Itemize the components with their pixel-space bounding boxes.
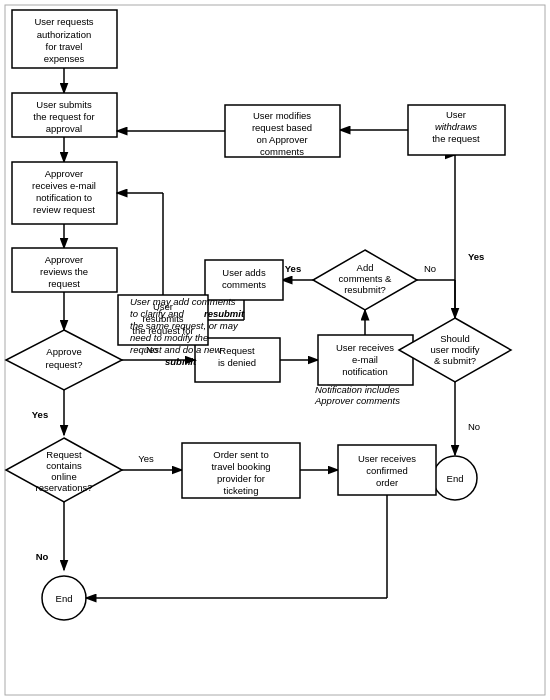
svg-text:online: online bbox=[51, 471, 76, 482]
svg-text:comments: comments bbox=[260, 146, 304, 157]
svg-text:ticketing: ticketing bbox=[224, 485, 259, 496]
svg-text:User modifies: User modifies bbox=[253, 110, 311, 121]
svg-text:User requests: User requests bbox=[34, 16, 93, 27]
svg-text:travel booking: travel booking bbox=[211, 461, 270, 472]
svg-text:provider for: provider for bbox=[217, 473, 265, 484]
svg-text:reservations?: reservations? bbox=[35, 482, 92, 493]
svg-text:Notification includes: Notification includes bbox=[315, 384, 400, 395]
svg-text:Yes: Yes bbox=[468, 251, 484, 262]
svg-text:for travel: for travel bbox=[46, 41, 83, 52]
svg-text:Request: Request bbox=[219, 345, 255, 356]
svg-text:Approver: Approver bbox=[45, 254, 84, 265]
svg-text:End: End bbox=[447, 473, 464, 484]
svg-text:need to modify the: need to modify the bbox=[130, 332, 208, 343]
svg-text:comments: comments bbox=[222, 279, 266, 290]
svg-text:request based: request based bbox=[252, 122, 312, 133]
svg-text:User receives: User receives bbox=[336, 342, 394, 353]
svg-text:confirmed: confirmed bbox=[366, 465, 408, 476]
svg-text:the request: the request bbox=[432, 133, 480, 144]
svg-text:on Approver: on Approver bbox=[256, 134, 307, 145]
svg-text:the request for: the request for bbox=[33, 111, 94, 122]
svg-text:submit: submit bbox=[165, 356, 197, 367]
svg-text:resubmit: resubmit bbox=[204, 308, 245, 319]
svg-text:to clarify and: to clarify and bbox=[130, 308, 185, 319]
svg-text:Should: Should bbox=[440, 333, 470, 344]
svg-text:reviews  the: reviews the bbox=[40, 266, 88, 277]
svg-text:is denied: is denied bbox=[218, 357, 256, 368]
svg-text:notification to: notification to bbox=[36, 192, 92, 203]
svg-text:Request: Request bbox=[46, 449, 82, 460]
svg-text:Approver comments: Approver comments bbox=[314, 395, 400, 406]
svg-text:User submits: User submits bbox=[36, 99, 92, 110]
svg-text:contains: contains bbox=[46, 460, 82, 471]
svg-text:approval: approval bbox=[46, 123, 82, 134]
svg-text:Yes: Yes bbox=[285, 263, 301, 274]
svg-text:receives e-mail: receives e-mail bbox=[32, 180, 96, 191]
svg-text:No: No bbox=[468, 421, 480, 432]
svg-text:User adds: User adds bbox=[222, 267, 266, 278]
svg-text:authorization: authorization bbox=[37, 29, 91, 40]
flowchart-diagram: User requests authorization for travel e… bbox=[0, 0, 550, 700]
svg-text:End: End bbox=[56, 593, 73, 604]
svg-text:review request: review request bbox=[33, 204, 95, 215]
svg-text:Yes: Yes bbox=[32, 409, 48, 420]
svg-text:withdraws: withdraws bbox=[435, 121, 477, 132]
svg-text:Approve: Approve bbox=[46, 346, 81, 357]
svg-text:comments &: comments & bbox=[339, 273, 392, 284]
svg-text:notification: notification bbox=[342, 366, 387, 377]
svg-text:Approver: Approver bbox=[45, 168, 84, 179]
svg-text:Order sent to: Order sent to bbox=[213, 449, 268, 460]
svg-text:No: No bbox=[424, 263, 436, 274]
svg-text:e-mail: e-mail bbox=[352, 354, 378, 365]
svg-text:& submit?: & submit? bbox=[434, 355, 476, 366]
svg-text:User receives: User receives bbox=[358, 453, 416, 464]
svg-text:request?: request? bbox=[46, 359, 83, 370]
svg-text:request and do a new: request and do a new bbox=[130, 344, 223, 355]
svg-text:User may add comments: User may add comments bbox=[130, 296, 236, 307]
svg-text:Yes: Yes bbox=[138, 453, 154, 464]
svg-text:the same request, or may: the same request, or may bbox=[130, 320, 239, 331]
svg-text:expenses: expenses bbox=[44, 53, 85, 64]
svg-text:request: request bbox=[48, 278, 80, 289]
svg-text:Add: Add bbox=[357, 262, 374, 273]
svg-text:User: User bbox=[446, 109, 466, 120]
svg-text:order: order bbox=[376, 477, 398, 488]
svg-text:user modify: user modify bbox=[430, 344, 479, 355]
svg-text:resubmit?: resubmit? bbox=[344, 284, 386, 295]
svg-text:No: No bbox=[36, 551, 49, 562]
